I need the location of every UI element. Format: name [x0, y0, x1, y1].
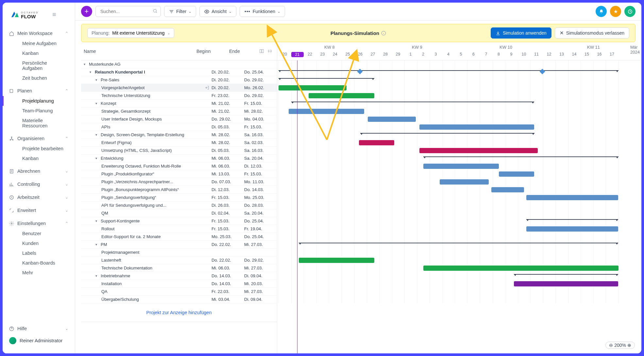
- gantt-bar[interactable]: [368, 117, 415, 122]
- expand-icon[interactable]: ▾: [95, 156, 99, 160]
- nav-section-planen[interactable]: Planen⌃: [3, 86, 75, 96]
- nav-item-labels[interactable]: Labels: [3, 248, 75, 258]
- day-label[interactable]: 22: [304, 52, 316, 57]
- day-label[interactable]: 16: [593, 52, 606, 57]
- table-row[interactable]: Projektmanagement: [81, 249, 277, 256]
- apply-simulation-button[interactable]: Simulation anwenden: [491, 27, 551, 39]
- gantt-bar[interactable]: [423, 266, 619, 271]
- gantt-bar[interactable]: [419, 148, 538, 153]
- table-row[interactable]: Technische UnterstützungFr. 23.02.Do. 29…: [81, 92, 277, 100]
- table-row[interactable]: QAFr. 22.03.Mi. 27.03.: [81, 288, 277, 296]
- gantt-bar[interactable]: [514, 281, 619, 286]
- expand-icon[interactable]: ▾: [95, 133, 99, 137]
- menu-toggle-icon[interactable]: ≡: [52, 11, 56, 18]
- table-row[interactable]: Plugin „Produktkonfigurator“Mi. 13.03.Fr…: [81, 170, 277, 178]
- column-begin[interactable]: Beginn: [194, 49, 227, 54]
- table-row[interactable]: ▾Design, Screen-Design, Template-Erstell…: [81, 131, 277, 139]
- filter-button[interactable]: Filter ⌄: [164, 6, 196, 17]
- info-icon[interactable]: [381, 31, 386, 36]
- view-button[interactable]: Ansicht ⌄: [199, 6, 236, 17]
- nav-item-kanban[interactable]: Kanban: [3, 48, 75, 58]
- nav-item-projektplanung[interactable]: Projektplanung: [3, 96, 75, 106]
- user-profile[interactable]: Reiner Administrator: [3, 334, 75, 348]
- gantt-bar[interactable]: [526, 226, 618, 232]
- table-row[interactable]: ▾KonzeptMi. 21.02.Fr. 15.03.: [81, 100, 277, 107]
- nav-section-arbeitszeit[interactable]: Arbeitszeit⌄: [3, 192, 75, 202]
- day-label[interactable]: 17: [606, 52, 618, 57]
- table-row[interactable]: Plugin „Bonuspunkteprogramm AllPoints“Di…: [81, 186, 277, 194]
- day-label[interactable]: 20: [279, 52, 291, 57]
- nav-item-kanban[interactable]: Kanban: [3, 154, 75, 163]
- summary-bar[interactable]: [291, 102, 534, 102]
- functions-button[interactable]: ••• Funktionen ⌄: [240, 6, 285, 17]
- nav-section-erweitert[interactable]: Erweitert⌄: [3, 205, 75, 216]
- table-row[interactable]: QMDi. 02.04.Sa. 20.04.: [81, 209, 277, 217]
- day-label[interactable]: 3: [430, 52, 442, 57]
- table-row[interactable]: User Interface Design, MockupsDo. 29.02.…: [81, 115, 277, 123]
- table-row[interactable]: Editor-Support für ca. 2 MonateMo. 25.03…: [81, 233, 277, 241]
- day-label[interactable]: 14: [568, 52, 581, 57]
- star-button[interactable]: [610, 6, 621, 17]
- table-row[interactable]: LastenheftDo. 22.02.Do. 29.02.: [81, 256, 277, 264]
- day-label[interactable]: 13: [555, 52, 568, 57]
- nav-item-persönliche-aufgaben[interactable]: Persönliche Aufgaben: [3, 58, 75, 73]
- day-label[interactable]: 6: [467, 52, 480, 57]
- summary-bar[interactable]: [360, 133, 534, 134]
- columns-icon[interactable]: [259, 49, 264, 54]
- table-row[interactable]: ▾InbetriebnahmeDo. 14.03.Di. 09.04.: [81, 272, 277, 280]
- nav-section-mein-workspace[interactable]: Mein Workspace⌃: [3, 28, 75, 39]
- expand-icon[interactable]: ▾: [95, 274, 99, 278]
- table-row[interactable]: ▾Musterkunde AG: [81, 60, 277, 68]
- day-label[interactable]: 9: [505, 52, 517, 57]
- table-row[interactable]: ▾EntwicklungMi. 06.03.Sa. 20.04.: [81, 154, 277, 162]
- day-label[interactable]: 24: [329, 52, 341, 57]
- table-row[interactable]: API für Sendungsverfolgung und...Di. 26.…: [81, 202, 277, 209]
- nav-item-kunden[interactable]: Kunden: [3, 238, 75, 248]
- day-label[interactable]: 21: [291, 52, 304, 57]
- import-icon[interactable]: [205, 85, 210, 90]
- nav-section-abrechnen[interactable]: Abrechnen⌄: [3, 166, 75, 176]
- gantt-bar[interactable]: [289, 109, 364, 114]
- table-row[interactable]: ▾PMDo. 22.02.Mi. 27.03.: [81, 241, 277, 249]
- summary-bar[interactable]: [279, 70, 619, 71]
- day-label[interactable]: 8: [493, 52, 505, 57]
- planning-selector[interactable]: Planung: Mit externe Unterstützung ⌄: [87, 28, 174, 38]
- day-label[interactable]: 25: [342, 52, 354, 57]
- gantt-bar[interactable]: [499, 171, 534, 177]
- gantt-bar[interactable]: [491, 187, 524, 192]
- nav-section-controlling[interactable]: Controlling⌄: [3, 179, 75, 189]
- table-row[interactable]: Technische DokumentationMi. 06.03.Mi. 27…: [81, 264, 277, 272]
- day-label[interactable]: 15: [581, 52, 593, 57]
- gantt-chart[interactable]: KW 8KW 9KW 10KW 11Mär 202420212223242526…: [277, 42, 641, 353]
- nav-item-kanban-boards[interactable]: Kanban-Boards: [3, 258, 75, 268]
- day-label[interactable]: 5: [455, 52, 467, 57]
- expand-icon[interactable]: ▾: [84, 62, 87, 66]
- day-label[interactable]: 28: [379, 52, 392, 57]
- add-project-link[interactable]: Projekt zur Anzeige hinzufügen: [81, 303, 277, 322]
- zoom-in-icon[interactable]: ⊕: [627, 343, 631, 348]
- nav-section-organisieren[interactable]: Organisieren⌃: [3, 133, 75, 144]
- timer-button[interactable]: [624, 6, 636, 17]
- summary-bar[interactable]: [299, 243, 619, 243]
- expand-icon[interactable]: ▾: [90, 70, 93, 74]
- notification-button[interactable]: [596, 6, 607, 17]
- table-row[interactable]: Entwurf (Figma)Mi. 28.02.Sa. 02.03.: [81, 139, 277, 147]
- gantt-bar[interactable]: [419, 124, 534, 130]
- table-row[interactable]: InstallationDo. 14.03.Mi. 20.03.: [81, 280, 277, 288]
- milestone-diamond[interactable]: [357, 69, 363, 74]
- nav-item-benutzer[interactable]: Benutzer: [3, 229, 75, 238]
- nav-item-projekte-bearbeiten[interactable]: Projekte bearbeiten: [3, 144, 75, 154]
- gantt-bar[interactable]: [279, 85, 347, 90]
- table-row[interactable]: APIsDi. 05.03.Fr. 15.03.: [81, 123, 277, 131]
- column-end[interactable]: Ende: [227, 49, 259, 54]
- table-row[interactable]: ▾Support-KontingenteFr. 15.03.Do. 25.04.: [81, 217, 277, 225]
- nav-item-meine-aufgaben[interactable]: Meine Aufgaben: [3, 39, 75, 48]
- gantt-bar[interactable]: [309, 93, 374, 98]
- table-row[interactable]: ▾Relaunch Kundenportal IDi. 20.02.Do. 25…: [81, 68, 277, 76]
- day-label[interactable]: 27: [367, 52, 379, 57]
- summary-bar[interactable]: [279, 78, 374, 79]
- gantt-bar[interactable]: [299, 258, 374, 263]
- summary-bar[interactable]: [526, 219, 618, 220]
- table-row[interactable]: RolloutFr. 15.03.Fr. 19.04.: [81, 225, 277, 233]
- table-row[interactable]: Übergabe/SchulungMi. 03.04.Di. 09.04.: [81, 296, 277, 303]
